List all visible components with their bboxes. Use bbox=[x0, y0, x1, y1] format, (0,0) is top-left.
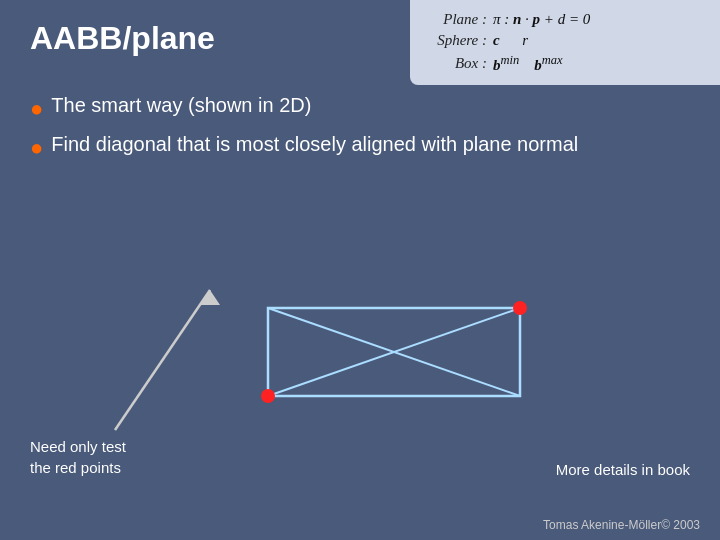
more-label: More details in book bbox=[556, 461, 690, 478]
bullet-text-2: Find diagonal that is most closely align… bbox=[51, 129, 578, 159]
plane-equation: π : n · p + d = 0 bbox=[493, 11, 590, 28]
arrow-head bbox=[200, 290, 220, 305]
sphere-vars: c r bbox=[493, 32, 528, 49]
credit-label: Tomas Akenine-Möller© 2003 bbox=[543, 518, 700, 532]
red-point-1 bbox=[261, 389, 275, 403]
bullet-dot-2: ● bbox=[30, 131, 43, 164]
plane-label: Plane : bbox=[422, 11, 487, 28]
slide: Plane : π : n · p + d = 0 Sphere : c r B… bbox=[0, 0, 720, 540]
diagonal-line bbox=[115, 290, 210, 430]
diagram-area bbox=[0, 200, 720, 460]
sphere-formula-row: Sphere : c r bbox=[422, 32, 708, 49]
need-label: Need only testthe red points bbox=[30, 436, 126, 478]
diagram-svg bbox=[0, 200, 720, 460]
plane-formula-row: Plane : π : n · p + d = 0 bbox=[422, 11, 708, 28]
bullet-list: ● The smart way (shown in 2D) ● Find dia… bbox=[30, 90, 578, 168]
page-title: AABB/plane bbox=[30, 20, 215, 57]
bullet-1: ● The smart way (shown in 2D) bbox=[30, 90, 578, 125]
box-formula-row: Box : bmin bmax bbox=[422, 53, 708, 74]
sphere-label: Sphere : bbox=[422, 32, 487, 49]
red-point-2 bbox=[513, 301, 527, 315]
box-label: Box : bbox=[422, 55, 487, 72]
bullet-dot-1: ● bbox=[30, 92, 43, 125]
formula-box: Plane : π : n · p + d = 0 Sphere : c r B… bbox=[410, 0, 720, 85]
bullet-text-1: The smart way (shown in 2D) bbox=[51, 90, 311, 120]
box-vars: bmin bmax bbox=[493, 53, 563, 74]
bullet-2: ● Find diagonal that is most closely ali… bbox=[30, 129, 578, 164]
